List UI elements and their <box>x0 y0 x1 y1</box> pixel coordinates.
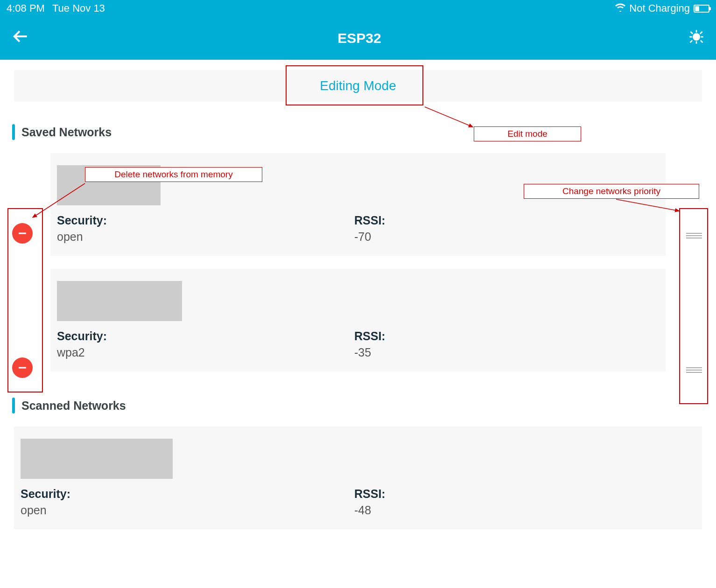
security-value: open <box>57 230 354 244</box>
debug-icon[interactable] <box>689 29 704 48</box>
svg-rect-4 <box>701 36 703 37</box>
editing-mode-bar[interactable]: Editing Mode <box>14 70 702 102</box>
svg-rect-9 <box>19 233 26 234</box>
editing-mode-label: Editing Mode <box>320 78 396 93</box>
network-name-placeholder <box>21 439 173 479</box>
reorder-grip-icon[interactable] <box>686 231 702 240</box>
security-value: wpa2 <box>57 346 354 359</box>
page-title: ESP32 <box>337 30 381 46</box>
section-header-scanned: Scanned Networks <box>12 398 716 413</box>
network-name-placeholder <box>57 281 182 321</box>
security-value: open <box>21 504 354 517</box>
rssi-value: -70 <box>354 230 652 244</box>
status-charging: Not Charging <box>629 2 690 14</box>
security-label: Security: <box>57 214 354 227</box>
rssi-value: -48 <box>354 504 688 517</box>
svg-rect-8 <box>700 40 703 43</box>
rssi-label: RSSI: <box>354 487 688 501</box>
svg-rect-1 <box>696 30 697 32</box>
delete-network-button[interactable] <box>12 223 33 244</box>
svg-rect-5 <box>690 31 694 34</box>
svg-rect-6 <box>700 31 703 34</box>
status-date: Tue Nov 13 <box>52 2 105 14</box>
battery-icon <box>694 5 709 13</box>
section-title-scanned: Scanned Networks <box>21 399 126 413</box>
svg-rect-2 <box>696 41 697 43</box>
security-label: Security: <box>57 329 354 343</box>
svg-point-0 <box>693 33 700 41</box>
section-accent-bar <box>12 124 15 140</box>
rssi-value: -35 <box>354 346 652 359</box>
network-name-placeholder <box>57 165 161 205</box>
svg-rect-3 <box>689 36 692 37</box>
section-accent-bar <box>12 398 15 413</box>
svg-rect-10 <box>19 367 26 369</box>
app-bar: ESP32 <box>0 17 716 60</box>
back-button[interactable] <box>12 28 30 49</box>
scanned-network-card[interactable]: Security: open RSSI: -48 <box>14 427 702 529</box>
rssi-label: RSSI: <box>354 329 652 343</box>
svg-rect-7 <box>690 40 693 43</box>
delete-network-button[interactable] <box>12 357 33 378</box>
saved-network-card[interactable]: Security: open RSSI: -70 <box>50 153 666 256</box>
reorder-grip-icon[interactable] <box>686 366 702 374</box>
status-time: 4:08 PM <box>7 2 45 14</box>
saved-network-card[interactable]: Security: wpa2 RSSI: -35 <box>50 269 666 371</box>
security-label: Security: <box>21 487 354 501</box>
wifi-icon <box>615 2 625 14</box>
status-bar: 4:08 PM Tue Nov 13 Not Charging <box>0 0 716 17</box>
section-header-saved: Saved Networks <box>12 124 716 140</box>
rssi-label: RSSI: <box>354 214 652 227</box>
section-title-saved: Saved Networks <box>21 126 112 139</box>
